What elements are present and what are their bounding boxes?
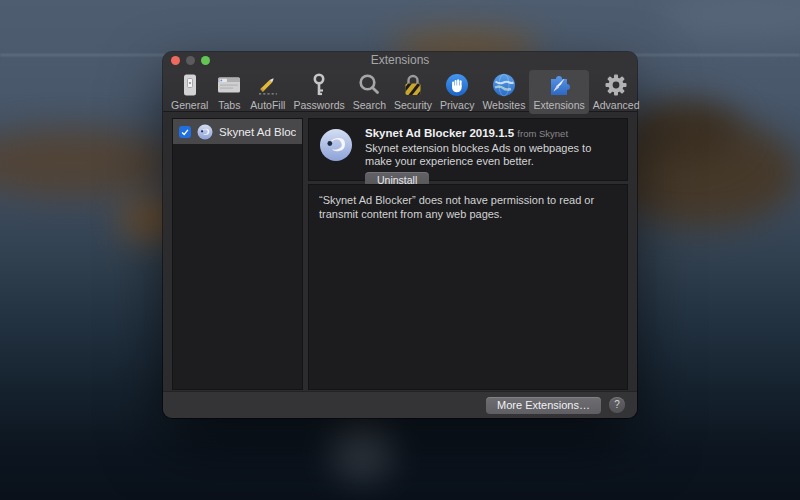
window-titlebar[interactable]: Extensions [163, 52, 637, 69]
passwords-key-icon [306, 72, 332, 98]
wallpaper-island-right-top [630, 100, 740, 160]
toolbar-label: Websites [482, 99, 525, 111]
toolbar-tab-tabs[interactable]: Tabs [212, 70, 246, 114]
extension-title: Skynet Ad Blocker 2019.1.5 [365, 127, 514, 139]
extensions-list: Skynet Ad Blocker [172, 118, 303, 390]
extension-name: Skynet Ad Blocker [219, 126, 296, 138]
wallpaper-hill-left [0, 128, 180, 198]
window-footer: More Extensions… ? [163, 391, 637, 418]
extension-permissions-panel: “Skynet Ad Blocker” does not have permis… [308, 184, 628, 390]
toolbar-label: Extensions [533, 99, 584, 111]
toolbar-tab-security[interactable]: Security [390, 70, 436, 114]
skynet-extension-icon-large [319, 128, 353, 162]
toolbar-label: AutoFill [250, 99, 285, 111]
general-switch-icon [177, 72, 203, 98]
autofill-pencil-icon [255, 72, 281, 98]
advanced-gear-icon [603, 72, 629, 98]
preferences-toolbar: General Tabs AutoFill Passwords Search [163, 69, 637, 112]
tabs-icon [216, 72, 242, 98]
toolbar-tab-general[interactable]: General [167, 70, 212, 114]
security-lock-icon [400, 72, 426, 98]
toolbar-label: Security [394, 99, 432, 111]
wallpaper-sea-glow [330, 422, 394, 480]
extension-enabled-checkbox[interactable] [179, 126, 191, 138]
skynet-extension-icon [197, 124, 213, 140]
extension-title-line: Skynet Ad Blocker 2019.1.5 from Skynet [365, 127, 617, 139]
traffic-lights [171, 56, 210, 65]
window-title: Extensions [163, 52, 637, 69]
wallpaper-cloud [660, 0, 800, 40]
close-button[interactable] [171, 56, 180, 65]
help-button[interactable]: ? [609, 397, 625, 413]
toolbar-tab-privacy[interactable]: Privacy [436, 70, 478, 114]
toolbar-tab-advanced[interactable]: Advanced [589, 70, 644, 114]
toolbar-label: Tabs [218, 99, 240, 111]
toolbar-tab-passwords[interactable]: Passwords [289, 70, 348, 114]
extension-detail-text: Skynet Ad Blocker 2019.1.5 from Skynet S… [365, 126, 617, 173]
privacy-hand-icon [444, 72, 470, 98]
toolbar-label: Advanced [593, 99, 640, 111]
toolbar-label: Privacy [440, 99, 474, 111]
search-icon [356, 72, 382, 98]
websites-globe-icon [491, 72, 517, 98]
toolbar-tab-autofill[interactable]: AutoFill [246, 70, 289, 114]
toolbar-tab-search[interactable]: Search [349, 70, 390, 114]
permission-text: “Skynet Ad Blocker” does not have permis… [319, 194, 615, 221]
toolbar-label: General [171, 99, 208, 111]
more-extensions-button[interactable]: More Extensions… [486, 397, 601, 414]
toolbar-tab-extensions[interactable]: Extensions [529, 70, 588, 114]
extension-detail-header: Skynet Ad Blocker 2019.1.5 from Skynet S… [308, 118, 628, 181]
extension-description: Skynet extension blockes Ads on webpages… [365, 142, 617, 168]
toolbar-label: Passwords [293, 99, 344, 111]
zoom-button[interactable] [201, 56, 210, 65]
safari-extensions-preferences-window: Extensions General Tabs AutoFill Passw [163, 52, 637, 418]
extension-byline: from Skynet [517, 128, 568, 139]
extensions-puzzle-icon [546, 72, 572, 98]
toolbar-tab-websites[interactable]: Websites [478, 70, 529, 114]
extension-list-item[interactable]: Skynet Ad Blocker [173, 119, 302, 144]
minimize-button-disabled [186, 56, 195, 65]
toolbar-label: Search [353, 99, 386, 111]
